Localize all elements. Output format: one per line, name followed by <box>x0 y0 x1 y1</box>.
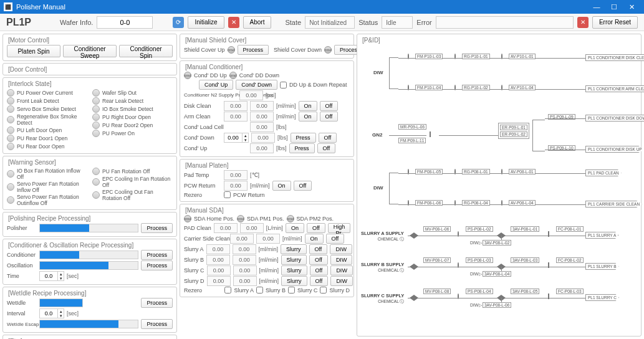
disk-off-button[interactable]: Off <box>320 101 339 111</box>
sa-off-button[interactable]: Off <box>309 244 328 254</box>
close-button[interactable]: ✕ <box>623 3 640 11</box>
interval-spinner[interactable]: ▴▾ <box>39 308 64 318</box>
sd-slurry-button[interactable]: Slurry <box>281 276 307 286</box>
shield-up-process-button[interactable]: Process <box>238 45 269 55</box>
arm-on-button[interactable]: On <box>299 112 317 122</box>
slurry-label: SLURRY A SUPPLYCHEMICAL ⓘ <box>361 231 404 242</box>
pcw-on-button[interactable]: On <box>272 181 291 191</box>
conditioner-sweep-button[interactable]: Conditioner Sweep <box>63 45 117 57</box>
pid-tag: MV-P08-L-08 <box>423 289 451 294</box>
time-spinner[interactable]: ▴▾ <box>39 271 64 281</box>
state-value: Not Initialized <box>305 16 355 29</box>
pid-tag: 3AV-P08-L-02 <box>483 240 511 246</box>
pid-tag: AV-P10-L-04 <box>509 85 536 90</box>
pcw-off-button[interactable]: Off <box>294 181 312 191</box>
sd-diw-button[interactable]: DIW <box>330 276 353 286</box>
sa-slurry-button[interactable]: Slurry <box>281 244 307 254</box>
pid-tag: PS-P08-L-04 <box>466 289 493 294</box>
status-led-row: PU Rear Door Open <box>7 143 87 150</box>
initialize-button[interactable]: Initialize <box>188 16 224 29</box>
dd-repeat-checkbox[interactable] <box>280 82 287 88</box>
pid-tag: PS-P08-L-02 <box>466 226 493 232</box>
led-icon <box>7 170 14 178</box>
instrument-icon <box>454 54 456 59</box>
instrument-icon <box>454 200 456 206</box>
platen-spin-button[interactable]: Platen Spin <box>7 45 60 57</box>
cond-down-button[interactable]: Cond' Down <box>236 80 277 90</box>
pid-output: PL1 SLURRY A <box>585 232 618 239</box>
status-led-row: PU Right Door Open <box>92 113 173 121</box>
rez-sb-checkbox[interactable] <box>256 287 263 294</box>
conddown-spinner[interactable]: ▴▾ <box>224 133 249 143</box>
sa-diw-button[interactable]: DIW <box>330 244 352 254</box>
wetidle-process-button[interactable]: Process <box>141 298 173 308</box>
pid-group: [P&ID] DIWFM-P10-L-03RG-P10-L-01AV-P10-L… <box>357 34 642 337</box>
sb-slurry-button[interactable]: Slurry <box>281 255 307 265</box>
condup-off-button[interactable]: Off <box>317 143 336 153</box>
diw-label: DIW <box>373 70 383 75</box>
conditioner-process-button[interactable]: Process <box>141 250 173 260</box>
polisher-process-button[interactable]: Process <box>141 223 173 233</box>
status-led-row: Servo Power Fan Rotation Inflow Off <box>7 181 87 193</box>
pid-tag: RG-P08-L-01 <box>462 169 490 174</box>
wafer-input[interactable] <box>97 16 153 29</box>
manual-conditioner-group: [Manual Conditioner] cmdCond' DD Up cmdC… <box>180 60 354 157</box>
condup-press-button[interactable]: Press <box>289 143 315 153</box>
diw-branch: DIW▷ <box>470 303 482 307</box>
rez-sa-checkbox[interactable] <box>224 287 231 294</box>
status-led-row: Servo Box Smoke Detect <box>7 105 87 113</box>
rez-sc-checkbox[interactable] <box>288 287 295 294</box>
abort-button[interactable]: Abort <box>243 16 272 29</box>
sc-diw-button[interactable]: DIW <box>330 265 353 275</box>
sb-diw-button[interactable]: DIW <box>330 255 353 265</box>
pad-on-button[interactable]: On <box>286 223 304 233</box>
instrument-icon <box>501 54 502 59</box>
sc-off-button[interactable]: Off <box>310 265 329 275</box>
oscillation-process-button[interactable]: Process <box>141 260 173 270</box>
fc-icon <box>548 231 549 237</box>
carrier-off-button[interactable]: Off <box>326 234 345 244</box>
shield-down-icon: cmd <box>324 46 332 54</box>
pid-tag: 3AV-P08-L-03 <box>511 257 539 263</box>
cond-up-button[interactable]: Cond' Up <box>199 80 233 90</box>
led-icon <box>92 105 100 113</box>
conddown-off-button[interactable]: Off <box>319 133 337 143</box>
status-led-row: Regenerative Box Smoke Detect <box>7 113 87 126</box>
n2-value <box>239 90 263 100</box>
instrument-icon <box>454 169 456 174</box>
pad-off-button[interactable]: Off <box>307 223 325 233</box>
wafer-label: Wafer Info. <box>60 19 93 26</box>
status-led-row: PU Power Over Current <box>7 89 87 97</box>
ddup-icon: cmd <box>184 72 191 79</box>
state-label: State <box>285 19 301 26</box>
led-icon <box>7 183 14 191</box>
maximize-button[interactable]: ☐ <box>605 3 623 11</box>
conddown-press-button[interactable]: Press <box>291 133 316 143</box>
arm-off-button[interactable]: Off <box>320 112 339 122</box>
disk-on-button[interactable]: On <box>299 101 317 111</box>
pid-output: PL1 SLURRY C <box>585 294 619 301</box>
rez-sd-checkbox[interactable] <box>320 287 327 294</box>
slurry-label: SLURRY C SUPPLYCHEMICAL ⓘ <box>361 293 404 305</box>
sc-slurry-button[interactable]: Slurry <box>281 265 307 275</box>
wetidle-escape-process-button[interactable]: Process <box>141 319 173 329</box>
sd-off-button[interactable]: Off <box>310 276 329 286</box>
pid-tag: 3AV-P08-L-05 <box>511 289 539 294</box>
status-value: Idle <box>382 16 413 29</box>
led-icon <box>92 122 100 129</box>
error-reset-button[interactable]: Error Reset <box>592 16 638 29</box>
carrier-on-button[interactable]: On <box>305 234 324 244</box>
status-led-row: PU Power On <box>92 130 173 137</box>
conditioner-recipe-group: [Conditioner & Oscillation Recipe Proces… <box>2 239 177 285</box>
diw-branch: DIW▷ <box>470 272 482 276</box>
pid-tag: MV-P08-L-06 <box>423 226 451 232</box>
sb-off-button[interactable]: Off <box>309 255 328 265</box>
pad-high-button[interactable]: High Pr. <box>328 223 351 233</box>
pid-tag: RG-P10-L-02 <box>462 85 490 90</box>
pcw-return-checkbox[interactable] <box>224 191 231 198</box>
sda-pm2-icon: cmd <box>287 215 294 222</box>
minimize-button[interactable]: — <box>588 3 605 11</box>
conditioner-spin-button[interactable]: Conditioner Spin <box>119 45 173 57</box>
page-title: PL1P <box>6 17 31 28</box>
door-control-group: [Door Control] <box>2 63 177 75</box>
